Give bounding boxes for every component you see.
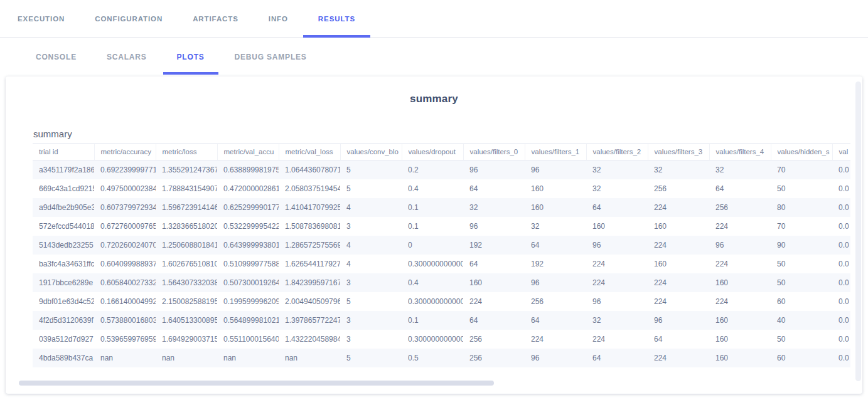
value-cell: 160 xyxy=(709,349,771,367)
horizontal-scrollbar-thumb[interactable] xyxy=(19,381,494,386)
value-cell: 224 xyxy=(648,198,709,217)
value-cell: 0.300000000000 xyxy=(402,255,463,273)
value-cell: 1.286572575569 xyxy=(279,236,340,255)
value-cell: 0.539659976959 xyxy=(94,330,156,349)
value-cell: 1.694929003715 xyxy=(156,330,217,349)
value-cell: 0.0 xyxy=(832,349,850,367)
value-cell: 0.300000000000 xyxy=(402,330,463,349)
value-cell: 0.5 xyxy=(402,349,463,367)
value-cell: 0.0 xyxy=(832,198,850,217)
tab-configuration[interactable]: CONFIGURATION xyxy=(80,0,178,37)
table-row: 572efccd5440180.6727600097651.3283665180… xyxy=(33,217,850,236)
value-cell: 96 xyxy=(463,160,525,179)
value-cell: 0.0 xyxy=(832,255,850,273)
value-cell: 64 xyxy=(525,311,586,330)
value-cell: 160 xyxy=(648,217,709,236)
value-cell: 160 xyxy=(586,217,648,236)
tab-plots[interactable]: PLOTS xyxy=(162,38,220,76)
value-cell: 0.507300019264 xyxy=(217,273,279,292)
value-cell: 224 xyxy=(586,255,648,273)
trial-id-cell: 5143dedb23255 xyxy=(33,236,94,255)
value-cell: 0 xyxy=(402,236,463,255)
vertical-scrollbar-thumb[interactable] xyxy=(855,82,861,381)
value-cell: 5 xyxy=(340,179,402,198)
value-cell: 96 xyxy=(586,236,648,255)
value-cell: 160 xyxy=(463,273,525,292)
value-cell: 1.640513300895 xyxy=(156,311,217,330)
value-cell: 50 xyxy=(771,273,832,292)
value-cell: 96 xyxy=(463,217,525,236)
value-cell: 256 xyxy=(463,349,525,367)
column-header: values/filters_4 xyxy=(709,144,771,160)
trial-id-cell: a9d4fbe2b905e3 xyxy=(33,198,94,217)
tab-scalars[interactable]: SCALARS xyxy=(92,38,162,76)
tab-execution[interactable]: EXECUTION xyxy=(3,0,80,37)
value-cell: 224 xyxy=(648,273,709,292)
value-cell: 0.672760009765 xyxy=(94,217,156,236)
trial-id-cell: 039a512d7d927 xyxy=(33,330,94,349)
value-cell: 90 xyxy=(771,236,832,255)
value-cell: 0.166140004992 xyxy=(94,292,156,311)
tab-debug-samples[interactable]: DEBUG SAMPLES xyxy=(220,38,322,76)
value-cell: 0.0 xyxy=(832,330,850,349)
value-cell: 0.1 xyxy=(402,217,463,236)
value-cell: 0.0 xyxy=(832,217,850,236)
value-cell: 96 xyxy=(648,311,709,330)
top-nav: EXECUTION CONFIGURATION ARTIFACTS INFO R… xyxy=(0,0,868,38)
trial-id-cell: a3451179f2a186 xyxy=(33,160,94,179)
value-cell: 96 xyxy=(709,236,771,255)
value-cell: 64 xyxy=(648,330,709,349)
value-cell: 224 xyxy=(709,255,771,273)
value-cell: 5 xyxy=(340,160,402,179)
value-cell: 64 xyxy=(463,311,525,330)
value-cell: 0.720260024070 xyxy=(94,236,156,255)
value-cell: 0.300000000000 xyxy=(402,292,463,311)
column-header: values/filters_2 xyxy=(586,144,648,160)
value-cell: 0.0 xyxy=(832,273,850,292)
value-cell: 96 xyxy=(525,349,586,367)
value-cell: 160 xyxy=(525,198,586,217)
trial-id-cell: 9dbf01e63d4c52 xyxy=(33,292,94,311)
value-cell: 4 xyxy=(340,198,402,217)
value-cell: 224 xyxy=(648,236,709,255)
value-cell: 0.638899981975 xyxy=(217,160,279,179)
value-cell: 60 xyxy=(771,292,832,311)
value-cell: 32 xyxy=(525,217,586,236)
value-cell: 2.058037519454 xyxy=(279,179,340,198)
value-cell: 96 xyxy=(525,160,586,179)
value-cell: 4 xyxy=(340,255,402,273)
value-cell: 0.532299995422 xyxy=(217,217,279,236)
value-cell: 0.604099988937 xyxy=(94,255,156,273)
trial-id-cell: 669c43a1cd9215 xyxy=(33,179,94,198)
value-cell: 1.355291247367 xyxy=(156,160,217,179)
column-header: metric/accuracy xyxy=(94,144,156,160)
tab-results[interactable]: RESULTS xyxy=(303,0,370,37)
value-cell: 32 xyxy=(586,179,648,198)
value-cell: 0.0 xyxy=(832,311,850,330)
value-cell: nan xyxy=(94,349,156,367)
value-cell: 1.064436078071 xyxy=(279,160,340,179)
value-cell: 1.250608801841 xyxy=(156,236,217,255)
value-cell: 1.432220458984 xyxy=(279,330,340,349)
value-cell: 1.842399597167 xyxy=(279,273,340,292)
value-cell: 60 xyxy=(771,349,832,367)
tab-console[interactable]: CONSOLE xyxy=(21,38,92,76)
summary-table: trial idmetric/accuracymetric/lossmetric… xyxy=(33,143,850,367)
value-cell: 160 xyxy=(648,255,709,273)
value-cell: 1.564307332038 xyxy=(156,273,217,292)
column-header: trial id xyxy=(33,144,94,160)
tab-info[interactable]: INFO xyxy=(254,0,303,37)
value-cell: 64 xyxy=(709,179,771,198)
tab-artifacts[interactable]: ARTIFACTS xyxy=(178,0,254,37)
value-cell: 5 xyxy=(340,292,402,311)
value-cell: 256 xyxy=(525,292,586,311)
trial-id-cell: 4bda589b437ca xyxy=(33,349,94,367)
value-cell: 0.1 xyxy=(402,198,463,217)
value-cell: 32 xyxy=(463,198,525,217)
value-cell: 0.472000002861 xyxy=(217,179,279,198)
value-cell: 3 xyxy=(340,217,402,236)
value-cell: 0.0 xyxy=(832,160,850,179)
value-cell: 1.788843154907 xyxy=(156,179,217,198)
column-header: val xyxy=(832,144,850,160)
value-cell: 0.1 xyxy=(402,311,463,330)
